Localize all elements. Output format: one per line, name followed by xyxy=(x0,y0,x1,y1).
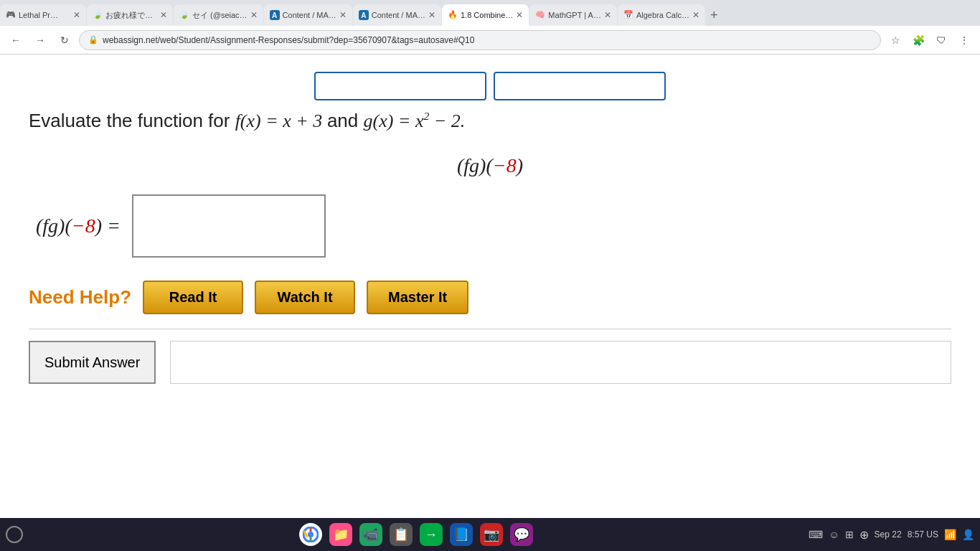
svg-point-1 xyxy=(308,532,314,537)
tab-close-4[interactable]: ✕ xyxy=(339,10,347,20)
tab-5[interactable]: A Content / MA… ✕ xyxy=(353,4,441,26)
lock-icon: 🔒 xyxy=(88,35,98,44)
tab-title-7: MathGPT | A… xyxy=(548,11,601,19)
tab-title-8: Algebra Calc… xyxy=(636,11,689,19)
shield-button[interactable]: 🛡 xyxy=(931,30,951,50)
need-help-row: Need Help? Read It Watch It Master It xyxy=(29,281,951,314)
new-tab-button[interactable]: + xyxy=(706,8,722,23)
tab-6[interactable]: 🔥 1.8 Combine… ✕ xyxy=(442,4,529,26)
need-help-label: Need Help? xyxy=(29,286,131,309)
notes-area xyxy=(170,341,951,384)
taskbar-circle-button[interactable] xyxy=(6,526,23,543)
tab-title-5: Content / MA… xyxy=(372,11,425,19)
files-icon[interactable]: 📁 xyxy=(329,523,352,546)
master-it-button[interactable]: Master It xyxy=(367,281,468,314)
tab-7[interactable]: 🧠 MathGPT | A… ✕ xyxy=(529,4,617,26)
question-text: Evaluate the function for f(x) = x + 3 a… xyxy=(29,108,951,134)
chrome-icon[interactable] xyxy=(299,523,322,546)
tab-8[interactable]: 📅 Algebra Calc… ✕ xyxy=(618,4,705,26)
social-icon[interactable]: 💬 xyxy=(510,523,533,546)
tab-close-7[interactable]: ✕ xyxy=(604,10,611,20)
question-container: Evaluate the function for f(x) = x + 3 a… xyxy=(0,55,980,398)
watch-it-button[interactable]: Watch It xyxy=(255,281,355,314)
meet-icon[interactable]: 📹 xyxy=(359,523,382,546)
taskbar-network-icon: 📶 xyxy=(944,529,956,540)
taskbar-date: Sep 22 xyxy=(875,529,902,540)
tab-3[interactable]: 🍃 セイ (@seiac… ✕ xyxy=(174,4,263,26)
nav-actions: ☆ 🧩 🛡 ⋮ xyxy=(885,30,974,50)
submit-area: Submit Answer xyxy=(29,329,951,384)
browser-chrome: 🎮 Lethal Pr… ✕ 🍃 お疲れ様で… ✕ 🍃 セイ (@seiac… … xyxy=(0,0,980,55)
submit-answer-button[interactable]: Submit Answer xyxy=(29,341,156,384)
problem-display: (fg)(−8) xyxy=(29,154,951,177)
tab-1[interactable]: 🎮 Lethal Pr… ✕ xyxy=(0,4,86,26)
tab-favicon-5: A xyxy=(359,10,369,20)
top-input-row xyxy=(29,72,951,100)
more-button[interactable]: ⋮ xyxy=(954,30,974,50)
taskbar-grid-icon: ⊞ xyxy=(845,529,854,540)
problem-negative-value: −8 xyxy=(493,154,517,176)
forward-button[interactable]: → xyxy=(30,30,50,50)
page-content: Evaluate the function for f(x) = x + 3 a… xyxy=(0,55,980,518)
and-connector: and xyxy=(327,110,364,131)
taskbar-time: 8:57 US xyxy=(908,529,938,540)
tab-title-1: Lethal Pr… xyxy=(19,11,70,19)
tab-bar: 🎮 Lethal Pr… ✕ 🍃 お疲れ様で… ✕ 🍃 セイ (@seiac… … xyxy=(0,0,980,26)
tab-title-4: Content / MA… xyxy=(283,11,336,19)
camera-icon[interactable]: 📷 xyxy=(480,523,503,546)
tab-close-2[interactable]: ✕ xyxy=(160,10,167,20)
tab-favicon-1: 🎮 xyxy=(6,10,16,20)
answer-input[interactable] xyxy=(132,194,326,258)
extensions-button[interactable]: 🧩 xyxy=(908,30,928,50)
taskbar-icons: 📁 📹 📋 → 📘 📷 💬 xyxy=(29,523,803,546)
reload-button[interactable]: ↻ xyxy=(55,30,75,50)
taskbar-keyboard-icon: ⌨ xyxy=(809,529,823,540)
tab-close-6[interactable]: ✕ xyxy=(516,10,523,20)
back-button[interactable]: ← xyxy=(6,30,26,50)
g-definition: g(x) = x2 − 2. xyxy=(363,110,465,131)
address-bar[interactable]: 🔒 webassign.net/web/Student/Assignment-R… xyxy=(79,30,881,50)
top-input-2[interactable] xyxy=(494,72,666,100)
tab-title-3: セイ (@seiac… xyxy=(192,10,248,21)
taskbar-emoji-icon: ☺ xyxy=(829,529,839,540)
answer-label: (fg)(−8) = xyxy=(36,215,121,237)
edu-icon[interactable]: 📘 xyxy=(450,523,473,546)
arrow-icon[interactable]: → xyxy=(420,523,443,546)
tab-favicon-4: A xyxy=(270,10,280,20)
taskbar-user-icon: 👤 xyxy=(962,529,974,540)
url-text: webassign.net/web/Student/Assignment-Res… xyxy=(103,35,474,45)
question-prefix: Evaluate the function for xyxy=(29,110,235,131)
bookmark-button[interactable]: ☆ xyxy=(885,30,905,50)
taskbar: 📁 📹 📋 → 📘 📷 💬 ⌨ ☺ ⊞ ⊕ Sep 22 8:57 US 📶 👤 xyxy=(0,518,980,551)
tab-2[interactable]: 🍃 お疲れ様で… ✕ xyxy=(87,4,173,26)
taskbar-right: ⌨ ☺ ⊞ ⊕ Sep 22 8:57 US 📶 👤 xyxy=(809,528,974,542)
top-input-1[interactable] xyxy=(314,72,486,100)
finder-icon[interactable]: 📋 xyxy=(390,523,413,546)
tab-favicon-2: 🍃 xyxy=(93,10,103,20)
tab-title-2: お疲れ様で… xyxy=(105,10,157,21)
f-definition: f(x) = x + 3 xyxy=(235,110,327,131)
tab-close-5[interactable]: ✕ xyxy=(428,10,435,20)
read-it-button[interactable]: Read It xyxy=(143,281,243,314)
tab-favicon-6: 🔥 xyxy=(448,10,458,20)
answer-row: (fg)(−8) = xyxy=(36,194,951,258)
tab-favicon-8: 📅 xyxy=(623,10,633,20)
tab-title-6: 1.8 Combine… xyxy=(461,11,513,19)
taskbar-add-icon[interactable]: ⊕ xyxy=(859,528,869,542)
tab-favicon-3: 🍃 xyxy=(179,10,189,20)
nav-bar: ← → ↻ 🔒 webassign.net/web/Student/Assign… xyxy=(0,26,980,55)
tab-close-1[interactable]: ✕ xyxy=(73,10,80,20)
tab-close-8[interactable]: ✕ xyxy=(692,10,699,20)
tab-close-3[interactable]: ✕ xyxy=(250,10,258,20)
tab-favicon-7: 🧠 xyxy=(535,10,545,20)
tab-4[interactable]: A Content / MA… ✕ xyxy=(264,4,352,26)
answer-negative-value: −8 xyxy=(72,215,95,237)
